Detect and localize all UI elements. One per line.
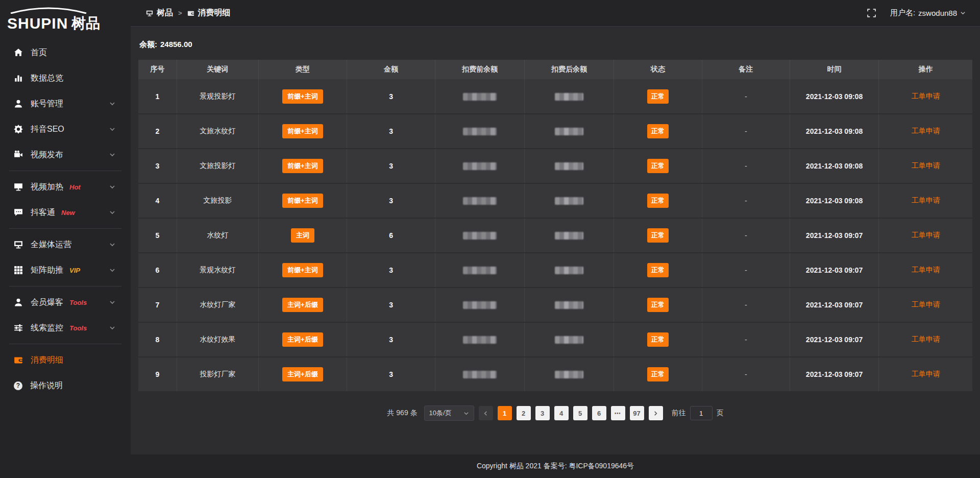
topbar: 树品 > 消费明细 用户名: zswodun88 [131, 0, 980, 27]
chevron-down-icon [960, 10, 966, 16]
col-index: 序号 [138, 60, 177, 79]
consumption-table: 序号 关键词 类型 金额 扣费前余额 扣费后余额 状态 备注 时间 操作 1 [138, 60, 972, 392]
next-page-button[interactable] [649, 406, 663, 420]
cell-action: 工单申请 [879, 357, 972, 392]
work-order-link[interactable]: 工单申请 [912, 370, 940, 378]
page-size-select[interactable]: 10条/页 [424, 405, 474, 421]
sidebar-item-douketong[interactable]: 抖客通 New [0, 200, 131, 225]
cell-balance-after [525, 288, 614, 322]
censored-value [463, 197, 497, 205]
col-time: 时间 [790, 60, 879, 79]
wallet-icon [14, 355, 23, 365]
wallet-icon [187, 10, 194, 17]
goto-page-input[interactable] [690, 406, 713, 420]
cell-keyword: 景观投影灯 [177, 79, 258, 114]
work-order-link[interactable]: 工单申请 [912, 231, 940, 239]
cell-remark: - [702, 357, 790, 392]
cell-balance-before [435, 149, 525, 183]
page-button-4[interactable]: 4 [554, 406, 569, 420]
censored-value [555, 128, 583, 135]
sidebar-item-label: 线索监控 [31, 323, 63, 333]
chevron-down-icon [109, 184, 115, 190]
sidebar-item-consumption-details[interactable]: 消费明细 [0, 347, 131, 373]
work-order-link[interactable]: 工单申请 [912, 92, 940, 100]
sidebar-item-douyin-seo[interactable]: 抖音SEO [0, 116, 131, 142]
type-badge: 主词 [291, 228, 314, 243]
cell-time: 2021-12-03 09:08 [790, 79, 879, 114]
chevron-down-icon [463, 411, 469, 416]
breadcrumb-separator: > [178, 9, 182, 17]
status-badge: 正常 [647, 89, 669, 104]
cell-remark: - [702, 149, 790, 183]
menu-divider [9, 344, 121, 344]
cell-type: 主词+后缀 [258, 288, 347, 322]
question-icon [14, 381, 22, 390]
fullscreen-icon[interactable] [867, 9, 876, 17]
breadcrumb-item-home[interactable]: 树品 [146, 8, 173, 18]
cell-type: 前缀+主词 [258, 79, 347, 114]
prev-page-button[interactable] [479, 406, 493, 420]
cell-balance-after [525, 322, 614, 357]
cell-time: 2021-12-03 09:07 [790, 288, 879, 322]
work-order-link[interactable]: 工单申请 [912, 127, 940, 135]
user-icon [14, 99, 23, 108]
cell-amount: 3 [347, 253, 435, 288]
sidebar-item-all-media-operation[interactable]: 全媒体运营 [0, 232, 131, 257]
sidebar-item-video-heating[interactable]: 视频加热 Hot [0, 174, 131, 200]
work-order-link[interactable]: 工单申请 [912, 300, 940, 308]
chevron-down-icon [109, 101, 115, 107]
logo-text-en: SHUPIN [7, 15, 68, 32]
sidebar-item-member-burst[interactable]: 会员爆客 Tools [0, 290, 131, 315]
more-pages-button[interactable]: ⋯ [611, 406, 625, 420]
type-badge: 前缀+主词 [282, 194, 323, 208]
col-remark: 备注 [702, 60, 790, 79]
status-badge: 正常 [647, 367, 669, 381]
cell-balance-after [525, 79, 614, 114]
balance: 余额:24856.00 [139, 40, 971, 50]
sidebar-item-matrix-boost[interactable]: 矩阵助推 VIP [0, 257, 131, 283]
work-order-link[interactable]: 工单申请 [912, 335, 940, 343]
work-order-link[interactable]: 工单申请 [912, 196, 940, 204]
sidebar-item-instructions[interactable]: 操作说明 [0, 373, 131, 398]
page-button-2[interactable]: 2 [517, 406, 531, 420]
new-tag: New [61, 209, 75, 217]
breadcrumb-item-current[interactable]: 消费明细 [187, 8, 231, 18]
breadcrumb-label: 消费明细 [198, 8, 231, 18]
table-row: 4 文旅投影 前缀+主词 3 正常 - 2021-12-03 09:08 工单申… [138, 183, 972, 218]
sidebar-item-label: 首页 [31, 47, 47, 58]
sidebar-item-account-management[interactable]: 账号管理 [0, 91, 131, 116]
cell-status: 正常 [614, 218, 702, 253]
work-order-link[interactable]: 工单申请 [912, 161, 940, 170]
cell-index: 5 [138, 218, 177, 253]
status-badge: 正常 [647, 194, 669, 208]
cell-action: 工单申请 [879, 183, 972, 218]
sidebar-item-data-overview[interactable]: 数据总览 [0, 65, 131, 91]
sidebar-item-label: 数据总览 [31, 73, 63, 84]
cell-balance-after [525, 149, 614, 183]
cell-balance-after [525, 183, 614, 218]
cell-index: 1 [138, 79, 177, 114]
page-button-5[interactable]: 5 [573, 406, 587, 420]
menu-divider [9, 171, 121, 171]
sidebar-item-lead-monitoring[interactable]: 线索监控 Tools [0, 315, 131, 341]
cell-type: 主词+后缀 [258, 322, 347, 357]
page-button-97[interactable]: 97 [630, 406, 644, 420]
page-button-6[interactable]: 6 [592, 406, 606, 420]
cell-remark: - [702, 114, 790, 149]
video-camera-icon [14, 150, 23, 159]
cell-status: 正常 [614, 288, 702, 322]
sidebar-item-home[interactable]: 首页 [0, 40, 131, 65]
page-button-1[interactable]: 1 [498, 406, 512, 420]
censored-value [555, 371, 583, 378]
cell-index: 3 [138, 149, 177, 183]
work-order-link[interactable]: 工单申请 [912, 266, 940, 274]
page-button-3[interactable]: 3 [535, 406, 550, 420]
cell-status: 正常 [614, 183, 702, 218]
cell-keyword: 水纹灯效果 [177, 322, 258, 357]
chevron-down-icon [109, 267, 115, 273]
sidebar-item-video-publish[interactable]: 视频发布 [0, 142, 131, 168]
censored-value [463, 128, 497, 135]
user-menu[interactable]: 用户名: zswodun88 [890, 8, 966, 18]
chevron-down-icon [109, 325, 115, 331]
cell-amount: 3 [347, 288, 435, 322]
